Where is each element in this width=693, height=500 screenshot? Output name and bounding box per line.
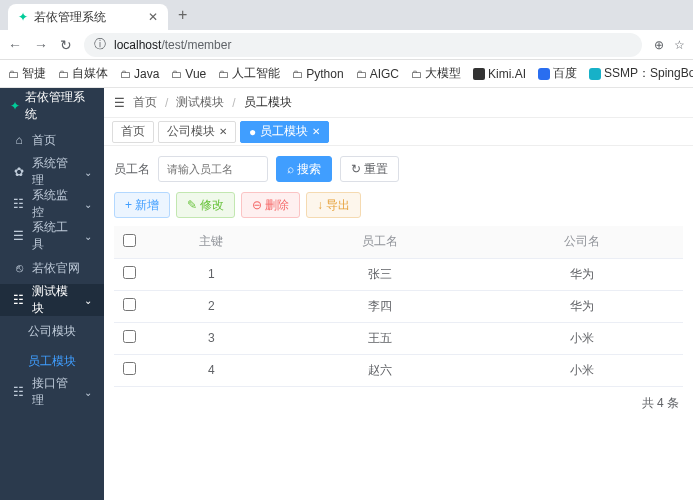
cell-company: 华为	[481, 290, 683, 322]
table-row: 4 赵六 小米	[114, 354, 683, 386]
test-icon: ☷	[12, 293, 26, 307]
close-icon[interactable]: ✕	[219, 126, 227, 137]
close-tab-icon[interactable]: ✕	[148, 10, 158, 24]
kimi-icon	[473, 68, 485, 80]
search-icon: ⌕	[287, 162, 294, 176]
home-icon: ⌂	[12, 133, 26, 147]
sidebar-sub-employee[interactable]: 员工模块	[0, 346, 104, 376]
cell-id: 2	[144, 290, 279, 322]
bookmark-item[interactable]: 百度	[538, 65, 577, 82]
sidebar-item-site[interactable]: ⎋若依官网	[0, 252, 104, 284]
download-icon: ↓	[317, 198, 323, 212]
bookmark-item[interactable]: 🗀AIGC	[356, 67, 399, 81]
data-table: 主键 员工名 公司名 1 张三 华为 2 李四 华为 3 王五 小米 4 赵六 …	[114, 226, 683, 387]
folder-icon: 🗀	[120, 68, 131, 80]
sidebar: ✦ 若依管理系统 ⌂首页 ✿系统管理⌄ ☷系统监控⌄ ☰系统工具⌄ ⎋若依官网 …	[0, 88, 104, 500]
bookmark-item[interactable]: SSMP：SpingBoot...	[589, 65, 693, 82]
info-icon: ⓘ	[94, 36, 106, 53]
tab-title: 若依管理系统	[34, 9, 142, 26]
collapse-sidebar-icon[interactable]: ☰	[114, 96, 125, 110]
reload-button[interactable]: ↻	[60, 37, 72, 53]
browser-tab-strip: ✦ 若依管理系统 ✕ +	[0, 0, 693, 30]
sidebar-item-sysmon[interactable]: ☷系统监控⌄	[0, 188, 104, 220]
row-checkbox[interactable]	[123, 266, 136, 279]
sidebar-item-systools[interactable]: ☰系统工具⌄	[0, 220, 104, 252]
row-checkbox[interactable]	[123, 330, 136, 343]
cell-name: 李四	[279, 290, 481, 322]
page-tabs: 首页 公司模块✕ ●员工模块✕	[104, 118, 693, 146]
close-icon[interactable]: ✕	[312, 126, 320, 137]
cell-company: 小米	[481, 322, 683, 354]
add-button[interactable]: +新增	[114, 192, 170, 218]
table-row: 1 张三 华为	[114, 258, 683, 290]
field-label: 员工名	[114, 161, 150, 178]
bookmark-item[interactable]: 🗀智捷	[8, 65, 46, 82]
search-button[interactable]: ⌕搜索	[276, 156, 332, 182]
chevron-down-icon: ⌄	[84, 167, 92, 178]
folder-icon: 🗀	[218, 68, 229, 80]
back-button[interactable]: ←	[8, 37, 22, 53]
bookmark-item[interactable]: 🗀人工智能	[218, 65, 280, 82]
cell-id: 4	[144, 354, 279, 386]
breadcrumb-link[interactable]: 测试模块	[176, 94, 224, 111]
baidu-icon	[538, 68, 550, 80]
bookmark-item[interactable]: 🗀Vue	[171, 67, 206, 81]
url-field[interactable]: ⓘ localhost/test/member	[84, 33, 642, 57]
search-form: 员工名 ⌕搜索 ↻重置	[114, 156, 683, 182]
chevron-down-icon: ⌄	[84, 231, 92, 242]
reset-button[interactable]: ↻重置	[340, 156, 399, 182]
search-input[interactable]	[158, 156, 268, 182]
browser-tab[interactable]: ✦ 若依管理系统 ✕	[8, 4, 168, 30]
translate-icon[interactable]: ⊕	[654, 38, 664, 52]
action-buttons: +新增 ✎修改 ⊖删除 ↓导出	[114, 192, 683, 218]
page-tab[interactable]: 首页	[112, 121, 154, 143]
table-row: 2 李四 华为	[114, 290, 683, 322]
chevron-down-icon: ⌄	[84, 199, 92, 210]
column-header[interactable]: 主键	[144, 226, 279, 258]
forward-button[interactable]: →	[34, 37, 48, 53]
breadcrumb-link[interactable]: 首页	[133, 94, 157, 111]
sidebar-item-home[interactable]: ⌂首页	[0, 124, 104, 156]
folder-icon: 🗀	[356, 68, 367, 80]
api-icon: ☷	[12, 385, 26, 399]
sidebar-sub-company[interactable]: 公司模块	[0, 316, 104, 346]
cell-company: 小米	[481, 354, 683, 386]
bookmark-item[interactable]: 🗀自媒体	[58, 65, 108, 82]
bookmark-item[interactable]: 🗀Java	[120, 67, 159, 81]
monitor-icon: ☷	[12, 197, 26, 211]
breadcrumb-current: 员工模块	[244, 94, 292, 111]
bookmark-item[interactable]: Kimi.AI	[473, 67, 526, 81]
folder-icon: 🗀	[411, 68, 422, 80]
url-text: localhost/test/member	[114, 37, 231, 52]
row-checkbox[interactable]	[123, 298, 136, 311]
export-button[interactable]: ↓导出	[306, 192, 361, 218]
delete-icon: ⊖	[252, 198, 262, 212]
page-tab[interactable]: 公司模块✕	[158, 121, 236, 143]
folder-icon: 🗀	[292, 68, 303, 80]
edit-button[interactable]: ✎修改	[176, 192, 235, 218]
column-header[interactable]: 员工名	[279, 226, 481, 258]
sidebar-item-api[interactable]: ☷接口管理⌄	[0, 376, 104, 408]
row-checkbox[interactable]	[123, 362, 136, 375]
bookmark-item[interactable]: 🗀大模型	[411, 65, 461, 82]
refresh-icon: ↻	[351, 162, 361, 176]
chevron-down-icon: ⌄	[84, 295, 92, 306]
star-icon[interactable]: ☆	[674, 38, 685, 52]
address-bar: ← → ↻ ⓘ localhost/test/member ⊕ ☆	[0, 30, 693, 60]
folder-icon: 🗀	[58, 68, 69, 80]
cell-name: 赵六	[279, 354, 481, 386]
delete-button[interactable]: ⊖删除	[241, 192, 300, 218]
pagination-info: 共 4 条	[114, 387, 683, 412]
column-header[interactable]: 公司名	[481, 226, 683, 258]
cell-company: 华为	[481, 258, 683, 290]
cell-id: 1	[144, 258, 279, 290]
chevron-down-icon: ⌄	[84, 387, 92, 398]
new-tab-button[interactable]: +	[178, 6, 187, 24]
cell-id: 3	[144, 322, 279, 354]
page-tab-active[interactable]: ●员工模块✕	[240, 121, 329, 143]
bookmark-item[interactable]: 🗀Python	[292, 67, 343, 81]
sidebar-item-sysmgmt[interactable]: ✿系统管理⌄	[0, 156, 104, 188]
sidebar-item-test[interactable]: ☷测试模块⌄	[0, 284, 104, 316]
link-icon: ⎋	[12, 261, 26, 275]
select-all-checkbox[interactable]	[123, 234, 136, 247]
